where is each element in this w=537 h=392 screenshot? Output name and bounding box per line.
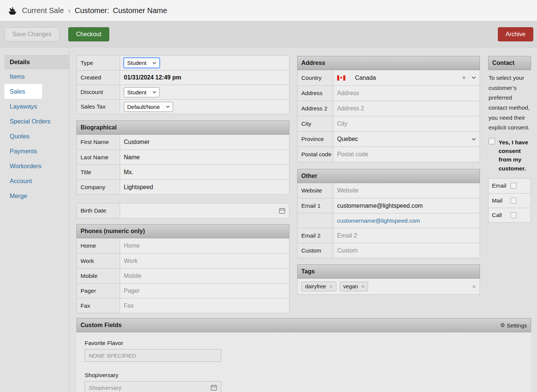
- country-row: Country Canada ×: [298, 70, 480, 85]
- other-section-header: Other: [297, 169, 480, 183]
- call-method-checkbox[interactable]: [511, 212, 516, 218]
- custom-input[interactable]: [337, 247, 476, 254]
- shopiversary-field: [85, 381, 221, 392]
- discount-label: Discount: [77, 85, 120, 99]
- type-label: Type: [77, 56, 120, 70]
- remove-tag-icon[interactable]: ×: [329, 284, 332, 289]
- title-input[interactable]: [124, 169, 285, 176]
- company-label: Company: [77, 180, 120, 194]
- postal-code-row: Postal code: [298, 147, 480, 162]
- company-input[interactable]: [124, 184, 285, 191]
- province-row: Province Quebec: [298, 131, 480, 147]
- last-name-input[interactable]: [124, 154, 285, 161]
- shopiversary-label: Shopiversary: [85, 372, 531, 379]
- sidebar-item-details[interactable]: Details: [4, 55, 69, 69]
- city-input[interactable]: [337, 120, 476, 127]
- email1-mailto-link[interactable]: customername@lightspeed.com: [337, 217, 420, 224]
- title-row: Title: [77, 164, 289, 179]
- birth-date-row: Birth Date: [77, 203, 289, 218]
- sales-tax-select[interactable]: Default/None: [124, 102, 173, 112]
- page-title-label: Customer:: [75, 6, 109, 15]
- address-section-header: Address: [297, 56, 480, 70]
- sidebar-item-quotes[interactable]: Quotes: [4, 129, 69, 144]
- chevron-down-icon[interactable]: [472, 138, 476, 141]
- clear-tags-icon[interactable]: ×: [472, 283, 476, 290]
- address-input[interactable]: [337, 90, 476, 97]
- first-name-input[interactable]: [124, 139, 285, 145]
- email1-input[interactable]: [337, 203, 476, 209]
- tags-group: dairyfree × vegan × ×: [297, 279, 480, 295]
- chevron-down-icon: [153, 62, 156, 64]
- consent-checkbox[interactable]: [489, 138, 495, 144]
- biographical-group: First Name Last Name Title Company: [76, 135, 289, 195]
- settings-label: Settings: [507, 322, 527, 329]
- website-label: Website: [298, 183, 333, 198]
- address-label: Address: [298, 86, 333, 101]
- calendar-icon[interactable]: [279, 208, 285, 214]
- remove-tag-icon[interactable]: ×: [361, 284, 364, 289]
- mail-method-label: Mail: [492, 197, 511, 204]
- fax-phone-input[interactable]: [124, 302, 285, 309]
- favorite-flavor-input[interactable]: [89, 352, 217, 359]
- chevron-down-icon: [166, 106, 170, 108]
- email-method-checkbox[interactable]: [511, 183, 516, 189]
- address2-label: Address 2: [298, 101, 333, 116]
- sidebar-item-sales[interactable]: Sales: [4, 84, 42, 99]
- shopiversary-input[interactable]: [89, 385, 211, 391]
- birth-date-group: Birth Date: [76, 203, 289, 219]
- chevron-down-icon[interactable]: [472, 76, 476, 79]
- type-select-value: Student: [127, 60, 147, 66]
- home-phone-label: Home: [77, 238, 120, 253]
- mobile-phone-input[interactable]: [124, 273, 285, 279]
- clear-country-icon[interactable]: ×: [462, 75, 466, 81]
- website-row: Website: [298, 183, 480, 198]
- postal-code-input[interactable]: [337, 151, 476, 158]
- contact-section-header: Contact: [488, 56, 531, 70]
- email1-link-row: customername@lightspeed.com: [298, 213, 480, 228]
- email1-label: Email 1: [298, 198, 333, 213]
- birth-date-input[interactable]: [124, 207, 279, 214]
- province-select[interactable]: Quebec: [333, 132, 480, 147]
- title-label: Title: [77, 165, 120, 179]
- save-changes-button[interactable]: Save Changes: [4, 27, 59, 41]
- discount-row: Discount Student: [77, 85, 289, 99]
- tag-chip-vegan: vegan ×: [340, 282, 368, 291]
- consent-row: Yes, I have consent from my customer.: [488, 138, 531, 173]
- type-select[interactable]: Student: [124, 58, 160, 68]
- email2-input[interactable]: [337, 232, 476, 239]
- mobile-phone-row: Mobile: [77, 268, 289, 283]
- sidebar-item-layaways[interactable]: Layaways: [4, 99, 69, 114]
- archive-button[interactable]: Archive: [498, 27, 533, 41]
- website-input[interactable]: [337, 187, 476, 194]
- custom-fields-header: Custom Fields ⚙ Settings: [76, 318, 531, 332]
- sidebar-item-items[interactable]: Items: [4, 69, 69, 84]
- custom-fields-settings-button[interactable]: ⚙ Settings: [500, 322, 527, 329]
- biographical-section-header: Biographical: [76, 120, 289, 135]
- checkout-button[interactable]: Checkout: [68, 27, 109, 41]
- mail-method-checkbox[interactable]: [511, 198, 516, 204]
- tags-input-row[interactable]: dairyfree × vegan × ×: [298, 279, 480, 294]
- main-column: Type Student Created 01/31/2024 12:49 pm…: [76, 55, 289, 313]
- address-column: Address Country Canada ×: [297, 56, 480, 295]
- home-phone-row: Home: [77, 238, 289, 253]
- tag-label: vegan: [343, 283, 358, 289]
- address2-input[interactable]: [337, 105, 476, 112]
- breadcrumb-current-sale[interactable]: Current Sale: [22, 6, 64, 15]
- discount-select[interactable]: Student: [124, 87, 160, 97]
- home-phone-input[interactable]: [124, 242, 285, 249]
- fax-phone-label: Fax: [77, 298, 120, 313]
- custom-label: Custom: [298, 243, 333, 258]
- calendar-icon[interactable]: [211, 385, 217, 391]
- sidebar-item-merge[interactable]: Merge: [4, 188, 69, 203]
- sidebar-item-payments[interactable]: Payments: [4, 144, 69, 159]
- sidebar-item-workorders[interactable]: Workorders: [4, 159, 69, 173]
- top-bar: Current Sale › Customer:Customer Name: [0, 0, 537, 21]
- pager-phone-input[interactable]: [124, 288, 285, 294]
- work-phone-input[interactable]: [124, 258, 285, 264]
- sidebar-divider: [69, 48, 69, 392]
- sidebar-item-account[interactable]: Account: [4, 173, 69, 188]
- sidebar-item-special-orders[interactable]: Special Orders: [4, 114, 69, 129]
- tag-chip-dairyfree: dairyfree ×: [301, 282, 336, 291]
- created-label: Created: [77, 70, 120, 85]
- country-select[interactable]: Canada ×: [333, 70, 480, 85]
